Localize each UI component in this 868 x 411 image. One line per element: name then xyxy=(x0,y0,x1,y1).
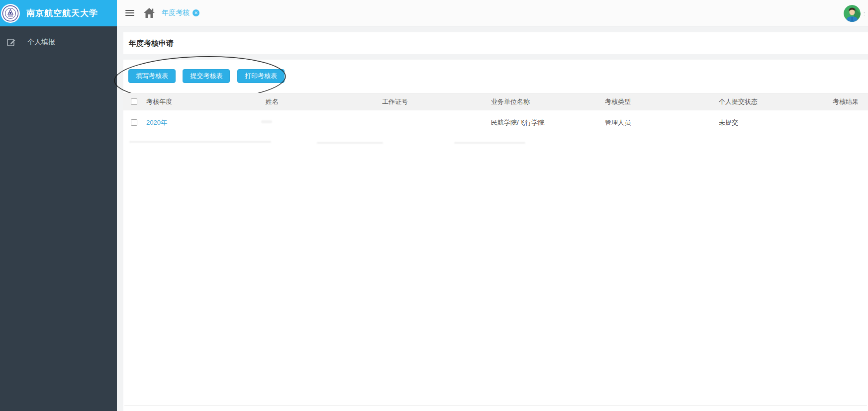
redaction-smudge xyxy=(261,120,272,123)
fill-assessment-form-button[interactable]: 填写考核表 xyxy=(128,69,176,83)
tab-label: 年度考核 xyxy=(162,8,190,17)
cell-year: 2020年 xyxy=(146,118,266,127)
edit-icon xyxy=(6,37,16,47)
topbar: 年度考核 ✕ : xyxy=(117,0,868,26)
toolbar: 填写考核表 提交考核表 打印考核表 xyxy=(123,69,285,83)
redaction-smudge xyxy=(317,142,383,144)
home-icon xyxy=(143,7,155,18)
year-link[interactable]: 2020年 xyxy=(146,119,167,126)
column-header-result: 考核结果 xyxy=(833,97,868,106)
column-header-year: 考核年度 xyxy=(146,97,266,106)
cell-status: 未提交 xyxy=(719,118,833,127)
tab-annual-assessment[interactable]: 年度考核 ✕ xyxy=(162,8,199,17)
table-header-row: 考核年度 姓名 工作证号 业务单位名称 考核类型 个人提交状态 考核结果 xyxy=(123,93,868,110)
university-seal-icon xyxy=(2,5,19,22)
redaction-smudge xyxy=(454,142,525,144)
topbar-right: : xyxy=(844,0,865,26)
content-card: 填写考核表 提交考核表 打印考核表 考核年度 姓名 工作证号 业务单位名称 考核… xyxy=(123,60,868,411)
column-header-name: 姓名 xyxy=(266,97,382,106)
cell-type: 管理人员 xyxy=(605,118,719,127)
column-header-status: 个人提交状态 xyxy=(719,97,833,106)
home-button[interactable] xyxy=(143,7,155,18)
row-checkbox-cell xyxy=(123,119,146,126)
submit-assessment-form-button[interactable]: 提交考核表 xyxy=(183,69,230,83)
cell-unit: 民航学院/飞行学院 xyxy=(491,118,605,127)
hamburger-menu-icon[interactable] xyxy=(125,8,134,17)
select-all-checkbox[interactable] xyxy=(131,98,137,105)
row-checkbox[interactable] xyxy=(131,119,137,126)
redaction-smudge xyxy=(129,141,271,143)
main-area: 年度考核 ✕ : 年度考核申请 填写考核表 提交考核表 xyxy=(117,0,868,411)
tab-close-icon[interactable]: ✕ xyxy=(193,9,199,16)
column-header-unit: 业务单位名称 xyxy=(491,97,605,106)
page-title: 年度考核申请 xyxy=(129,39,174,48)
print-assessment-form-button[interactable]: 打印考核表 xyxy=(237,69,285,83)
page-title-card: 年度考核申请 xyxy=(123,32,868,54)
table-row: 2020年 民航学院/飞行学院 管理人员 未提交 xyxy=(123,111,868,134)
user-avatar[interactable] xyxy=(844,5,861,22)
edge-cropped-mark: : xyxy=(864,10,865,16)
select-all-cell xyxy=(123,98,146,105)
sidebar: 南京航空航天大学 个人填报 xyxy=(0,0,117,411)
university-logo xyxy=(1,4,20,23)
column-header-type: 考核类型 xyxy=(605,97,719,106)
sidebar-item-personal-report[interactable]: 个人填报 xyxy=(0,31,117,53)
bottom-divider xyxy=(124,406,867,406)
sidebar-header: 南京航空航天大学 xyxy=(0,0,117,26)
university-name: 南京航空航天大学 xyxy=(26,7,98,19)
avatar-icon xyxy=(844,5,861,22)
column-header-workid: 工作证号 xyxy=(382,97,491,106)
sidebar-item-label: 个人填报 xyxy=(27,38,55,47)
